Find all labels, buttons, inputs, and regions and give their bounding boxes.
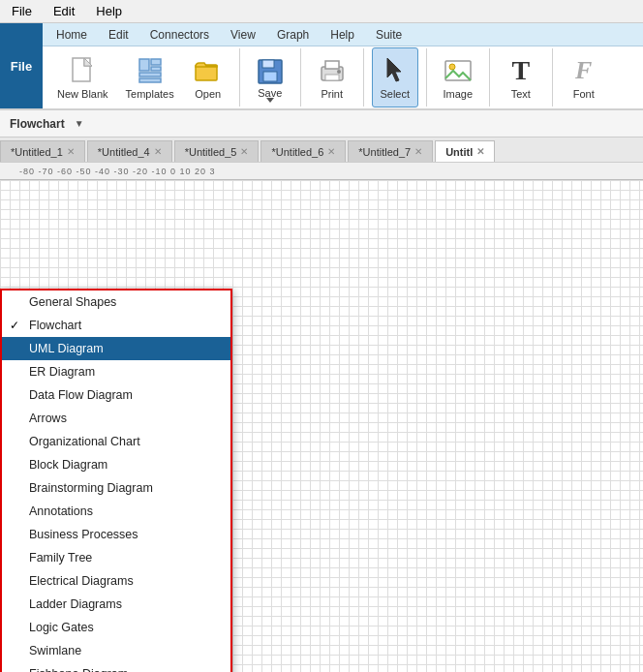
svg-marker-15 (387, 58, 401, 81)
dropdown-block-diagram[interactable]: Block Diagram (2, 453, 230, 476)
svg-point-14 (337, 70, 341, 74)
dropdown-data-flow[interactable]: Data Flow Diagram (2, 383, 230, 407)
tab-untitl[interactable]: Untitl ✕ (435, 140, 495, 162)
ribbon-file-button[interactable]: File (0, 23, 43, 108)
tab-connectors[interactable]: Connectors (140, 23, 219, 46)
toolbar-label: Flowchart (4, 115, 71, 133)
ribbon: File Home Edit Connectors View Graph Hel… (0, 23, 643, 110)
select-icon (380, 55, 411, 86)
dropdown-arrows[interactable]: Arrows (2, 407, 230, 430)
svg-rect-3 (151, 59, 161, 65)
ribbon-tab-row: Home Edit Connectors View Graph Help Sui… (43, 23, 643, 46)
menu-file[interactable]: File (6, 2, 38, 20)
svg-rect-4 (151, 67, 161, 71)
tab-untitled6[interactable]: *Untitled_6 ✕ (260, 140, 346, 162)
tab-untitled5-close[interactable]: ✕ (240, 146, 248, 157)
dropdown-ladder[interactable]: Ladder Diagrams (2, 593, 230, 616)
dropdown-business-processes[interactable]: Business Processes (2, 523, 230, 546)
tab-suite[interactable]: Suite (366, 23, 412, 46)
font-button[interactable]: F Font (561, 47, 607, 107)
ribbon-content: New Blank Templates (43, 46, 643, 108)
tab-untitl-label: Untitl (445, 146, 473, 158)
tab-help[interactable]: Help (321, 23, 364, 46)
dropdown-org-chart-label: Organizational Chart (29, 435, 140, 448)
open-button[interactable]: Open (185, 47, 231, 107)
dropdown-annotations[interactable]: Annotations (2, 500, 230, 523)
font-icon: F (568, 55, 599, 86)
ribbon-tabs-container: Home Edit Connectors View Graph Help Sui… (43, 23, 643, 108)
dropdown-family-tree-label: Family Tree (29, 551, 92, 565)
tab-untitled4-label: *Untitled_4 (98, 146, 150, 158)
main-area: -80 -70 -60 -50 -40 -30 -20 -10 0 10 20 … (0, 163, 643, 672)
text-label: Text (511, 88, 531, 100)
dropdown-brainstorming[interactable]: Brainstorming Diagram (2, 476, 230, 500)
dropdown-arrows-label: Arrows (29, 412, 67, 425)
tab-view[interactable]: View (221, 23, 265, 46)
select-button[interactable]: Select (372, 47, 418, 107)
text-button[interactable]: T Text (498, 47, 544, 107)
tab-untitled6-label: *Untitled_6 (271, 146, 323, 158)
image-label: Image (443, 88, 473, 100)
new-blank-label: New Blank (57, 88, 108, 100)
tab-untitled4-close[interactable]: ✕ (154, 146, 162, 157)
sep3 (363, 48, 364, 107)
open-icon (193, 55, 224, 86)
tab-home[interactable]: Home (46, 23, 97, 46)
dropdown-uml-diagram[interactable]: UML Diagram (2, 337, 230, 360)
sep6 (552, 48, 553, 107)
font-label: Font (573, 88, 595, 100)
tab-graph[interactable]: Graph (267, 23, 319, 46)
templates-button[interactable]: Templates (119, 47, 181, 107)
select-label: Select (380, 88, 410, 100)
svg-rect-10 (263, 72, 277, 81)
tab-untitled7[interactable]: *Untitled_7 ✕ (348, 140, 433, 162)
dropdown-swimlane[interactable]: Swimlane (2, 639, 230, 662)
svg-rect-12 (325, 61, 339, 69)
dropdown-flowchart[interactable]: Flowchart (2, 314, 230, 337)
print-button[interactable]: Print (309, 47, 355, 107)
dropdown-org-chart[interactable]: Organizational Chart (2, 430, 230, 453)
save-button-group: Save (248, 47, 292, 107)
ruler-marks: -80 -70 -60 -50 -40 -30 -20 -10 0 10 20 … (19, 167, 216, 176)
print-label: Print (321, 88, 343, 100)
save-arrow-icon (266, 98, 274, 103)
save-dropdown-arrow[interactable] (248, 98, 292, 103)
dropdown-flowchart-label: Flowchart (29, 319, 81, 332)
tab-untitled7-label: *Untitled_7 (358, 146, 411, 158)
image-button[interactable]: Image (435, 47, 481, 107)
dropdown-electrical[interactable]: Electrical Diagrams (2, 569, 230, 593)
dropdown-general-shapes-label: General Shapes (29, 295, 116, 309)
dropdown-menu: General Shapes Flowchart UML Diagram ER … (0, 289, 232, 672)
tab-untitled4[interactable]: *Untitled_4 ✕ (87, 140, 172, 162)
tab-untitled6-close[interactable]: ✕ (327, 146, 335, 157)
svg-rect-9 (262, 60, 274, 68)
dropdown-fishbone-label: Fishbone Diagram (29, 667, 128, 672)
dropdown-family-tree[interactable]: Family Tree (2, 546, 230, 569)
dropdown-logic-gates[interactable]: Logic Gates (2, 616, 230, 639)
dropdown-swimlane-label: Swimlane (29, 644, 81, 657)
dropdown-general-shapes[interactable]: General Shapes (2, 290, 230, 314)
save-button[interactable]: Save (248, 53, 292, 104)
tab-untitl-close[interactable]: ✕ (476, 146, 484, 157)
dropdown-brainstorming-label: Brainstorming Diagram (29, 481, 153, 495)
menu-bar: File Edit Help (0, 0, 643, 23)
sep2 (300, 48, 301, 107)
dropdown-fishbone[interactable]: Fishbone Diagram (2, 662, 230, 672)
tab-untitled7-close[interactable]: ✕ (414, 146, 422, 157)
tab-untitled1-label: *Untitled_1 (11, 146, 63, 158)
toolbar-expand-icon[interactable]: ▼ (75, 118, 84, 129)
dropdown-data-flow-label: Data Flow Diagram (29, 388, 133, 402)
menu-help[interactable]: Help (90, 2, 128, 20)
tab-edit[interactable]: Edit (99, 23, 138, 46)
tab-untitled1-close[interactable]: ✕ (67, 146, 75, 157)
dropdown-er-diagram-label: ER Diagram (29, 365, 95, 379)
dropdown-block-diagram-label: Block Diagram (29, 458, 107, 472)
new-blank-button[interactable]: New Blank (50, 47, 115, 107)
templates-label: Templates (126, 88, 174, 100)
svg-rect-6 (139, 78, 161, 82)
svg-rect-5 (139, 73, 161, 76)
tab-untitled1[interactable]: *Untitled_1 ✕ (0, 140, 85, 162)
menu-edit[interactable]: Edit (47, 2, 80, 20)
dropdown-er-diagram[interactable]: ER Diagram (2, 360, 230, 383)
tab-untitled5[interactable]: *Untitled_5 ✕ (174, 140, 260, 162)
